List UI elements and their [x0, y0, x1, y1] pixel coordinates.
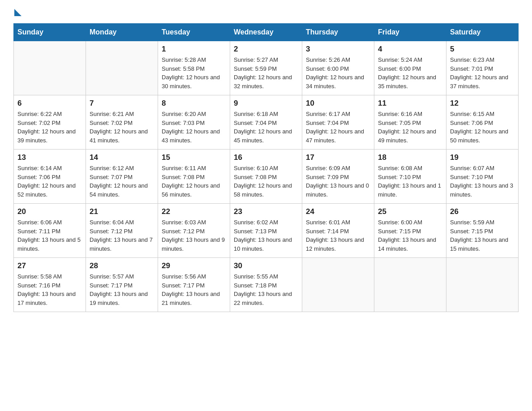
calendar-header-tuesday: Tuesday — [158, 24, 230, 41]
day-number: 11 — [378, 99, 442, 108]
day-info: Sunrise: 5:28 AMSunset: 5:58 PMDaylight:… — [162, 56, 226, 90]
day-number: 10 — [306, 99, 370, 108]
calendar-day-cell: 14Sunrise: 6:12 AMSunset: 7:07 PMDayligh… — [86, 150, 158, 204]
day-number: 30 — [234, 261, 298, 270]
calendar-day-cell: 2Sunrise: 5:27 AMSunset: 5:59 PMDaylight… — [230, 41, 302, 95]
day-info: Sunrise: 6:21 AMSunset: 7:02 PMDaylight:… — [90, 110, 154, 145]
day-number: 21 — [90, 207, 154, 216]
day-number: 25 — [378, 207, 442, 216]
calendar-header-wednesday: Wednesday — [230, 24, 302, 41]
day-info: Sunrise: 6:20 AMSunset: 7:03 PMDaylight:… — [162, 110, 226, 145]
calendar-day-cell: 26Sunrise: 5:59 AMSunset: 7:15 PMDayligh… — [446, 204, 519, 258]
calendar-header-row: SundayMondayTuesdayWednesdayThursdayFrid… — [14, 24, 519, 41]
calendar-day-cell: 25Sunrise: 6:00 AMSunset: 7:15 PMDayligh… — [374, 204, 446, 258]
day-info: Sunrise: 6:03 AMSunset: 7:12 PMDaylight:… — [162, 218, 226, 253]
day-number: 6 — [17, 99, 82, 108]
page-header — [13, 9, 519, 14]
calendar-week-row: 13Sunrise: 6:14 AMSunset: 7:06 PMDayligh… — [14, 150, 519, 204]
calendar-day-cell — [302, 258, 374, 312]
calendar-day-cell: 12Sunrise: 6:15 AMSunset: 7:06 PMDayligh… — [446, 95, 519, 150]
calendar-day-cell: 9Sunrise: 6:18 AMSunset: 7:04 PMDaylight… — [230, 95, 302, 150]
day-number: 16 — [234, 153, 298, 162]
day-info: Sunrise: 5:58 AMSunset: 7:16 PMDaylight:… — [17, 272, 82, 307]
day-number: 7 — [90, 99, 154, 108]
day-info: Sunrise: 5:57 AMSunset: 7:17 PMDaylight:… — [90, 272, 154, 307]
day-number: 2 — [234, 45, 298, 54]
day-info: Sunrise: 5:59 AMSunset: 7:15 PMDaylight:… — [450, 218, 515, 253]
day-info: Sunrise: 6:02 AMSunset: 7:13 PMDaylight:… — [234, 218, 298, 253]
day-number: 15 — [162, 153, 226, 162]
day-info: Sunrise: 5:26 AMSunset: 6:00 PMDaylight:… — [306, 56, 370, 90]
calendar-table: SundayMondayTuesdayWednesdayThursdayFrid… — [13, 23, 519, 312]
day-number: 5 — [450, 45, 515, 54]
calendar-week-row: 20Sunrise: 6:06 AMSunset: 7:11 PMDayligh… — [14, 204, 519, 258]
calendar-day-cell: 28Sunrise: 5:57 AMSunset: 7:17 PMDayligh… — [86, 258, 158, 312]
day-info: Sunrise: 5:55 AMSunset: 7:18 PMDaylight:… — [234, 272, 298, 307]
day-number: 28 — [90, 261, 154, 270]
day-info: Sunrise: 6:01 AMSunset: 7:14 PMDaylight:… — [306, 218, 370, 253]
day-number: 24 — [306, 207, 370, 216]
day-number: 19 — [450, 153, 515, 162]
calendar-day-cell: 15Sunrise: 6:11 AMSunset: 7:08 PMDayligh… — [158, 150, 230, 204]
day-number: 1 — [162, 45, 226, 54]
day-info: Sunrise: 6:17 AMSunset: 7:04 PMDaylight:… — [306, 110, 370, 145]
calendar-day-cell: 13Sunrise: 6:14 AMSunset: 7:06 PMDayligh… — [14, 150, 86, 204]
calendar-day-cell: 22Sunrise: 6:03 AMSunset: 7:12 PMDayligh… — [158, 204, 230, 258]
day-info: Sunrise: 6:07 AMSunset: 7:10 PMDaylight:… — [450, 164, 515, 199]
calendar-day-cell: 4Sunrise: 5:24 AMSunset: 6:00 PMDaylight… — [374, 41, 446, 95]
calendar-day-cell: 24Sunrise: 6:01 AMSunset: 7:14 PMDayligh… — [302, 204, 374, 258]
day-number: 4 — [378, 45, 442, 54]
day-number: 3 — [306, 45, 370, 54]
day-info: Sunrise: 6:23 AMSunset: 7:01 PMDaylight:… — [450, 56, 515, 90]
day-info: Sunrise: 5:27 AMSunset: 5:59 PMDaylight:… — [234, 56, 298, 90]
day-info: Sunrise: 6:18 AMSunset: 7:04 PMDaylight:… — [234, 110, 298, 145]
day-number: 22 — [162, 207, 226, 216]
day-info: Sunrise: 6:00 AMSunset: 7:15 PMDaylight:… — [378, 218, 442, 253]
calendar-header-friday: Friday — [374, 24, 446, 41]
calendar-header-sunday: Sunday — [14, 24, 86, 41]
day-number: 13 — [17, 153, 82, 162]
calendar-day-cell: 30Sunrise: 5:55 AMSunset: 7:18 PMDayligh… — [230, 258, 302, 312]
day-number: 29 — [162, 261, 226, 270]
day-info: Sunrise: 5:24 AMSunset: 6:00 PMDaylight:… — [378, 56, 442, 90]
calendar-header-monday: Monday — [86, 24, 158, 41]
calendar-day-cell: 21Sunrise: 6:04 AMSunset: 7:12 PMDayligh… — [86, 204, 158, 258]
day-info: Sunrise: 6:11 AMSunset: 7:08 PMDaylight:… — [162, 164, 226, 199]
calendar-day-cell: 7Sunrise: 6:21 AMSunset: 7:02 PMDaylight… — [86, 95, 158, 150]
calendar-day-cell: 19Sunrise: 6:07 AMSunset: 7:10 PMDayligh… — [446, 150, 519, 204]
day-number: 18 — [378, 153, 442, 162]
day-number: 8 — [162, 99, 226, 108]
day-info: Sunrise: 6:09 AMSunset: 7:09 PMDaylight:… — [306, 164, 370, 199]
day-info: Sunrise: 5:56 AMSunset: 7:17 PMDaylight:… — [162, 272, 226, 307]
calendar-week-row: 6Sunrise: 6:22 AMSunset: 7:02 PMDaylight… — [14, 95, 519, 150]
day-info: Sunrise: 6:04 AMSunset: 7:12 PMDaylight:… — [90, 218, 154, 253]
calendar-day-cell: 5Sunrise: 6:23 AMSunset: 7:01 PMDaylight… — [446, 41, 519, 95]
day-number: 27 — [17, 261, 82, 270]
day-number: 14 — [90, 153, 154, 162]
day-info: Sunrise: 6:16 AMSunset: 7:05 PMDaylight:… — [378, 110, 442, 145]
logo-arrow-icon — [14, 9, 21, 16]
day-info: Sunrise: 6:10 AMSunset: 7:08 PMDaylight:… — [234, 164, 298, 199]
calendar-day-cell: 16Sunrise: 6:10 AMSunset: 7:08 PMDayligh… — [230, 150, 302, 204]
day-info: Sunrise: 6:12 AMSunset: 7:07 PMDaylight:… — [90, 164, 154, 199]
calendar-day-cell — [446, 258, 519, 312]
day-info: Sunrise: 6:15 AMSunset: 7:06 PMDaylight:… — [450, 110, 515, 145]
calendar-day-cell: 6Sunrise: 6:22 AMSunset: 7:02 PMDaylight… — [14, 95, 86, 150]
calendar-header-saturday: Saturday — [446, 24, 519, 41]
calendar-day-cell: 23Sunrise: 6:02 AMSunset: 7:13 PMDayligh… — [230, 204, 302, 258]
day-number: 20 — [17, 207, 82, 216]
calendar-day-cell: 27Sunrise: 5:58 AMSunset: 7:16 PMDayligh… — [14, 258, 86, 312]
calendar-day-cell: 1Sunrise: 5:28 AMSunset: 5:58 PMDaylight… — [158, 41, 230, 95]
calendar-day-cell: 17Sunrise: 6:09 AMSunset: 7:09 PMDayligh… — [302, 150, 374, 204]
day-number: 23 — [234, 207, 298, 216]
day-info: Sunrise: 6:08 AMSunset: 7:10 PMDaylight:… — [378, 164, 442, 199]
calendar-header-thursday: Thursday — [302, 24, 374, 41]
day-number: 26 — [450, 207, 515, 216]
calendar-day-cell — [86, 41, 158, 95]
calendar-week-row: 1Sunrise: 5:28 AMSunset: 5:58 PMDaylight… — [14, 41, 519, 95]
day-info: Sunrise: 6:22 AMSunset: 7:02 PMDaylight:… — [17, 110, 82, 145]
day-info: Sunrise: 6:06 AMSunset: 7:11 PMDaylight:… — [17, 218, 82, 253]
calendar-day-cell: 20Sunrise: 6:06 AMSunset: 7:11 PMDayligh… — [14, 204, 86, 258]
calendar-week-row: 27Sunrise: 5:58 AMSunset: 7:16 PMDayligh… — [14, 258, 519, 312]
day-number: 12 — [450, 99, 515, 108]
